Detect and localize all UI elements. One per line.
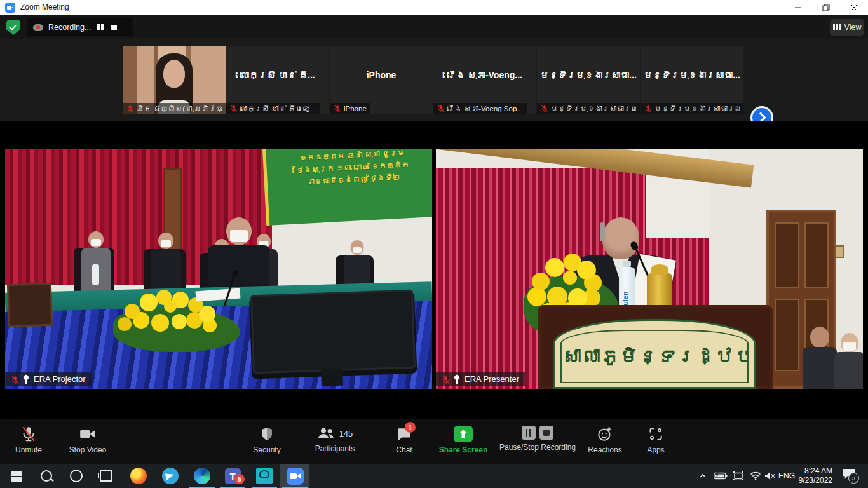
notification-badge: 3 — [848, 473, 859, 484]
taskbar-edge[interactable] — [187, 464, 217, 488]
event-banner: ៦កឧត្តម ឆ្នាំ សុខា ជួម្រ ថ្ងៃសុក្រ ១៣ រោ… — [262, 149, 432, 226]
cast-screen-icon[interactable] — [729, 464, 747, 488]
taskbar-clock[interactable]: 8:24 AM 9/23/2022 — [793, 466, 832, 485]
stop-video-label: Stop Video — [69, 445, 107, 454]
video-label: ERA Presenter — [465, 374, 519, 384]
participant-thumbnail[interactable]: លោកស្រី ហាន់ គី... លោកស្រី ហាន់ គឹមឡេ... — [226, 46, 329, 114]
participant-name: អ៊ិត ផល្លីស(នា,អភិវឌ្ឍ... — [137, 105, 222, 112]
participants-button[interactable]: 145 Participants — [304, 426, 365, 460]
close-button[interactable] — [840, 0, 868, 15]
participant-display-name: iPhone — [330, 70, 433, 80]
video-panel-era-presenter[interactable]: Kulen សាលាភូមិន្ទរដ្ឋបាល ERA Presenter — [436, 149, 863, 389]
participant-nametag: អ៊ិត ផល្លីស(នា,អភិវឌ្ឍ... — [123, 103, 226, 114]
participant-name: មន្ទីរមុខងារសាធារណ:... — [654, 105, 740, 112]
participant-name: មន្ទីរមុខងារសាធារណ: ... — [551, 105, 636, 112]
restore-button[interactable] — [812, 0, 840, 15]
grid-view-icon — [833, 24, 841, 31]
cortana-button[interactable] — [62, 464, 91, 488]
unmute-label: Unmute — [15, 445, 42, 454]
window-title: Zoom Meeting — [20, 3, 69, 11]
participant-display-name: មន្ទីរមុខងារសាធា... — [537, 70, 640, 80]
video-panel-era-projector[interactable]: ៦កឧត្តម ឆ្នាំ សុខា ជួម្រ ថ្ងៃសុក្រ ១៣ រោ… — [5, 149, 432, 389]
unmute-button[interactable]: Unmute — [0, 426, 59, 460]
participant-name: លោកស្រី ហាន់ គឹមឡេ... — [240, 105, 316, 112]
stop-recording-icon[interactable] — [110, 23, 119, 32]
audience-member — [834, 333, 863, 389]
participant-thumbnail[interactable]: វើង សុភា-Voeng... វើង សុភា-Voeng Sop... — [433, 46, 536, 114]
muted-mic-icon — [437, 105, 445, 112]
participant-thumbnail[interactable]: អ៊ិត ផល្លីស(នា,អភិវឌ្ឍ... — [123, 46, 226, 114]
video-stage: ៦កឧត្តម ឆ្នាំ សុខា ជួម្រ ថ្ងៃសុក្រ ១៣ រោ… — [0, 121, 868, 419]
search-icon — [41, 470, 52, 482]
chat-label: Chat — [396, 445, 412, 454]
telegram-icon — [162, 468, 179, 484]
apps-label: Apps — [647, 445, 664, 454]
search-button[interactable] — [32, 464, 61, 488]
share-screen-icon — [454, 426, 473, 442]
tray-chevron-icon[interactable] — [695, 464, 710, 488]
edge-icon — [194, 468, 210, 484]
chat-button[interactable]: 1 Chat — [374, 426, 435, 460]
reactions-label: Reactions — [588, 445, 621, 454]
taskbar-firefox[interactable] — [124, 464, 153, 488]
muted-mic-icon — [11, 376, 18, 383]
camera-app-icon — [256, 468, 273, 484]
minimize-button[interactable] — [784, 0, 812, 15]
window-title-bar: Zoom Meeting — [0, 0, 868, 15]
participant-nametag: មន្ទីរមុខងារសាធារណ: ... — [537, 103, 640, 114]
participant-name: iPhone — [344, 105, 367, 112]
video-nametag: ERA Presenter — [436, 372, 525, 386]
stop-recording-icon[interactable] — [539, 426, 553, 440]
view-button[interactable]: View — [830, 19, 864, 36]
muted-mic-icon — [334, 105, 341, 112]
share-screen-label: Share Screen — [439, 445, 488, 454]
notification-center-button[interactable]: 3 — [843, 469, 857, 482]
pause-stop-recording-button[interactable]: Pause/Stop Recording — [493, 426, 582, 460]
video-label: ERA Projector — [34, 374, 86, 384]
zoom-app-icon — [5, 3, 15, 13]
participant-nametag: iPhone — [330, 103, 370, 114]
audience-member — [802, 327, 837, 389]
participants-count: 145 — [339, 429, 353, 438]
encryption-shield-icon[interactable] — [6, 20, 20, 35]
participant-thumbnail[interactable]: មន្ទីរមុខងារសាធា... មន្ទីរមុខងារសាធារណ:.… — [641, 46, 743, 114]
pin-icon — [22, 375, 30, 384]
pause-recording-icon[interactable] — [522, 426, 536, 440]
security-label: Security — [253, 445, 280, 454]
taskbar-zoom-active[interactable] — [280, 464, 309, 488]
recording-cloud-icon — [33, 24, 43, 31]
participants-label: Participants — [315, 444, 355, 453]
desktop-monitor — [250, 290, 416, 374]
apps-button[interactable]: Apps — [625, 426, 686, 460]
taskbar-teams[interactable]: T 5 — [218, 464, 247, 488]
muted-mic-icon — [230, 105, 238, 112]
cortana-icon — [70, 470, 83, 482]
view-label: View — [844, 23, 862, 32]
muted-mic-icon — [442, 376, 449, 383]
clock-time: 8:24 AM — [793, 466, 832, 476]
participant-thumbnail[interactable]: មន្ទីរមុខងារសាធា... មន្ទីរមុខងារសាធារណ: … — [537, 46, 640, 114]
share-screen-button[interactable]: Share Screen — [433, 426, 494, 460]
taskbar-camera-app[interactable] — [250, 464, 279, 488]
firefox-icon — [130, 468, 147, 484]
meeting-toolbar: Unmute Stop Video Security 145 Participa… — [0, 419, 868, 464]
presenter-head — [602, 217, 639, 259]
yellow-flower-bouquet — [164, 300, 177, 313]
participant-thumbnail[interactable]: iPhone iPhone — [330, 46, 433, 114]
participant-display-name: វើង សុភា-Voeng... — [433, 70, 536, 80]
water-bottle — [92, 264, 99, 285]
participant-nametag: មន្ទីរមុខងារសាធារណ:... — [641, 103, 743, 114]
name-placard — [7, 283, 53, 327]
pause-recording-icon[interactable] — [96, 23, 105, 32]
participant-name: វើង សុភា-Voeng Sop... — [447, 105, 523, 112]
start-button[interactable] — [2, 464, 31, 488]
security-button[interactable]: Security — [236, 426, 297, 460]
battery-icon[interactable] — [712, 464, 729, 488]
attendee — [150, 233, 182, 294]
task-view-button[interactable] — [92, 464, 121, 488]
participant-nametag: វើង សុភា-Voeng Sop... — [433, 103, 527, 114]
stop-video-button[interactable]: Stop Video — [57, 426, 118, 460]
podium-sign: សាលាភូមិន្ទរដ្ឋបាល — [553, 319, 756, 389]
taskbar-telegram[interactable] — [156, 464, 185, 488]
meeting-top-bar: Recording... View — [0, 15, 868, 39]
